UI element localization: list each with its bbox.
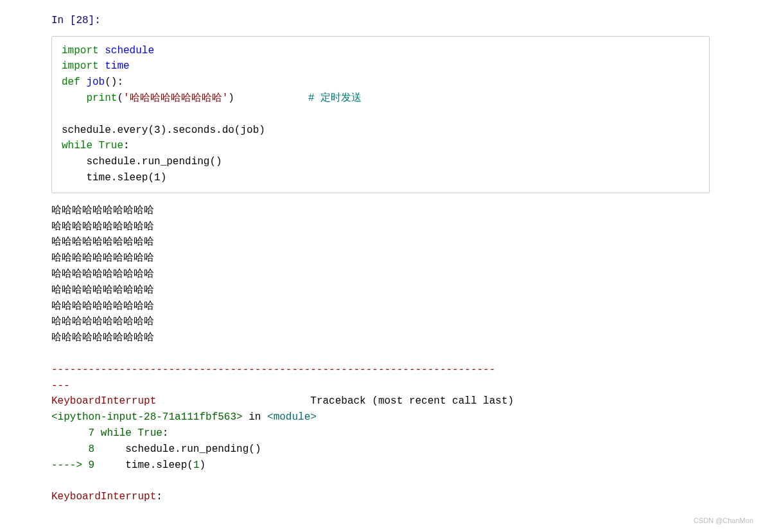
tb-keyword: while: [101, 427, 132, 439]
tb-arrow: ---->: [51, 459, 89, 471]
tb-dot: .: [150, 459, 157, 471]
comment: # 定时发送: [308, 92, 362, 104]
error-final: KeyboardInterrupt: [51, 491, 156, 502]
keyword-import: import: [62, 45, 99, 56]
module-name: time: [99, 60, 130, 72]
code-line: schedule.every(3).seconds.do(job): [62, 124, 265, 136]
tb-dot: .: [175, 443, 181, 455]
code-paren: ): [228, 92, 234, 104]
code-line: time.sleep(1): [62, 172, 166, 184]
input-prompt: In [28]:: [51, 13, 710, 30]
tb-paren: ): [199, 459, 206, 471]
watermark: CSDN @ChanMon: [694, 515, 753, 518]
tb-linenum: 7: [89, 427, 95, 439]
traceback-module: <module>: [267, 411, 317, 423]
code-indent: [62, 92, 86, 104]
keyword-while: while: [62, 140, 92, 151]
code-text: ():: [105, 76, 123, 88]
output-line: 哈哈哈哈哈哈哈哈哈哈: [51, 221, 154, 232]
output-line: 哈哈哈哈哈哈哈哈哈哈: [51, 252, 154, 264]
tb-code: time: [94, 459, 150, 471]
error-name: KeyboardInterrupt: [51, 395, 156, 407]
output-line: 哈哈哈哈哈哈哈哈哈哈: [51, 332, 154, 343]
function-name: job: [80, 76, 105, 88]
tb-paren: (: [187, 459, 193, 471]
output-line: 哈哈哈哈哈哈哈哈哈哈: [51, 316, 154, 327]
tb-paren: (): [249, 443, 261, 455]
tb-fn: run_pending: [181, 443, 249, 455]
traceback-in: in: [243, 411, 267, 423]
error-colon: :: [156, 491, 168, 502]
string-literal: '哈哈哈哈哈哈哈哈哈': [123, 92, 228, 104]
tb-linenum: 8: [89, 443, 95, 455]
module-name: schedule: [99, 45, 154, 56]
code-paren: (: [117, 92, 123, 104]
output-line: 哈哈哈哈哈哈哈哈哈哈: [51, 236, 154, 248]
tb-sp: [94, 427, 101, 439]
tb-fn: sleep: [156, 459, 187, 471]
code-line: schedule.run_pending(): [62, 156, 222, 167]
tb-colon: :: [162, 427, 169, 439]
traceback-location: <ipython-input-28-71a111fbf563>: [51, 411, 243, 423]
traceback-separator: ----------------------------------------…: [51, 364, 495, 391]
tb-indent: [51, 427, 89, 439]
output-line: 哈哈哈哈哈哈哈哈哈哈: [51, 300, 154, 312]
code-cell: import schedule import time def job(): p…: [51, 36, 710, 193]
keyword-true: True: [92, 140, 123, 151]
stdout-output: 哈哈哈哈哈哈哈哈哈哈 哈哈哈哈哈哈哈哈哈哈 哈哈哈哈哈哈哈哈哈哈 哈哈哈哈哈哈哈…: [51, 203, 710, 505]
code-colon: :: [123, 140, 130, 151]
output-line: 哈哈哈哈哈哈哈哈哈哈: [51, 284, 154, 296]
tb-sp: [132, 427, 138, 439]
tb-code: schedule: [94, 443, 175, 455]
traceback-label: Traceback (most recent call last): [156, 395, 514, 407]
tb-cond: True: [137, 427, 162, 439]
code-pad: [234, 92, 308, 104]
output-line: 哈哈哈哈哈哈哈哈哈哈: [51, 205, 154, 216]
keyword-def: def: [62, 76, 80, 88]
builtin-print: print: [86, 92, 117, 104]
output-line: 哈哈哈哈哈哈哈哈哈哈: [51, 268, 154, 280]
keyword-import: import: [62, 60, 99, 72]
tb-indent: [51, 443, 89, 455]
tb-linenum: 9: [89, 459, 95, 471]
